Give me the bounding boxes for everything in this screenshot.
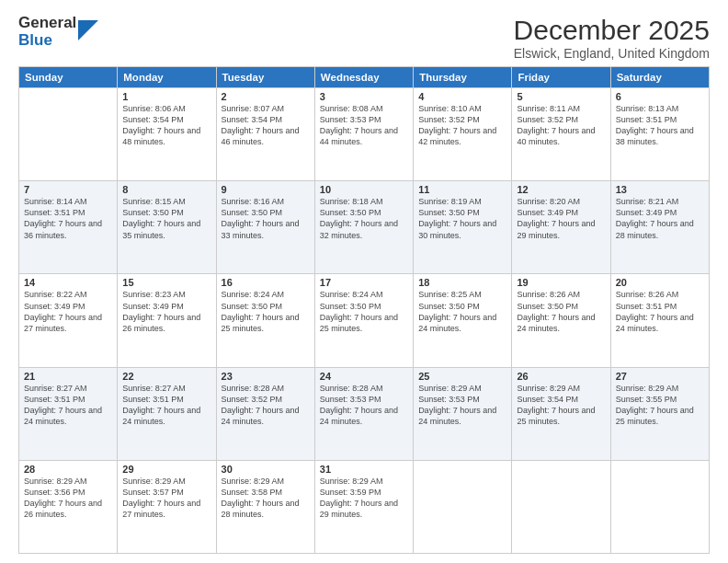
table-row: 12Sunrise: 8:20 AM Sunset: 3:49 PM Dayli… bbox=[512, 181, 610, 274]
col-sunday: Sunday bbox=[19, 67, 118, 88]
cell-info: Sunrise: 8:10 AM Sunset: 3:52 PM Dayligh… bbox=[418, 103, 506, 148]
header: General Blue December 2025 Elswick, Engl… bbox=[18, 15, 710, 61]
logo-text: General Blue bbox=[18, 15, 76, 49]
cell-info: Sunrise: 8:19 AM Sunset: 3:50 PM Dayligh… bbox=[418, 196, 506, 241]
table-row: 9Sunrise: 8:16 AM Sunset: 3:50 PM Daylig… bbox=[216, 181, 314, 274]
table-row: 24Sunrise: 8:28 AM Sunset: 3:53 PM Dayli… bbox=[314, 367, 413, 460]
cell-info: Sunrise: 8:14 AM Sunset: 3:51 PM Dayligh… bbox=[24, 196, 112, 241]
table-row: 1Sunrise: 8:06 AM Sunset: 3:54 PM Daylig… bbox=[118, 88, 216, 181]
table-row: 22Sunrise: 8:27 AM Sunset: 3:51 PM Dayli… bbox=[118, 367, 216, 460]
day-number: 10 bbox=[320, 184, 408, 195]
cell-info: Sunrise: 8:21 AM Sunset: 3:49 PM Dayligh… bbox=[616, 196, 704, 241]
day-number: 19 bbox=[517, 277, 605, 288]
day-number: 6 bbox=[616, 91, 704, 102]
cell-info: Sunrise: 8:16 AM Sunset: 3:50 PM Dayligh… bbox=[222, 196, 310, 241]
cell-info: Sunrise: 8:23 AM Sunset: 3:49 PM Dayligh… bbox=[122, 289, 210, 334]
day-number: 23 bbox=[222, 371, 310, 382]
month-title: December 2025 bbox=[514, 15, 710, 46]
table-row: 17Sunrise: 8:24 AM Sunset: 3:50 PM Dayli… bbox=[314, 274, 413, 367]
table-row: 6Sunrise: 8:13 AM Sunset: 3:51 PM Daylig… bbox=[610, 88, 709, 181]
location: Elswick, England, United Kingdom bbox=[514, 46, 710, 61]
table-row: 21Sunrise: 8:27 AM Sunset: 3:51 PM Dayli… bbox=[19, 367, 118, 460]
day-number: 30 bbox=[222, 464, 310, 475]
cell-info: Sunrise: 8:28 AM Sunset: 3:52 PM Dayligh… bbox=[222, 383, 310, 428]
table-row bbox=[512, 460, 610, 553]
cell-info: Sunrise: 8:15 AM Sunset: 3:50 PM Dayligh… bbox=[122, 196, 210, 241]
table-row: 25Sunrise: 8:29 AM Sunset: 3:53 PM Dayli… bbox=[414, 367, 512, 460]
calendar-header-row: Sunday Monday Tuesday Wednesday Thursday… bbox=[19, 67, 710, 88]
table-row: 31Sunrise: 8:29 AM Sunset: 3:59 PM Dayli… bbox=[314, 460, 413, 553]
col-monday: Monday bbox=[118, 67, 216, 88]
cell-info: Sunrise: 8:25 AM Sunset: 3:50 PM Dayligh… bbox=[418, 289, 506, 334]
page: General Blue December 2025 Elswick, Engl… bbox=[0, 0, 728, 563]
day-number: 4 bbox=[418, 91, 506, 102]
table-row: 8Sunrise: 8:15 AM Sunset: 3:50 PM Daylig… bbox=[118, 181, 216, 274]
cell-info: Sunrise: 8:27 AM Sunset: 3:51 PM Dayligh… bbox=[24, 383, 112, 428]
day-number: 2 bbox=[222, 91, 310, 102]
cell-info: Sunrise: 8:28 AM Sunset: 3:53 PM Dayligh… bbox=[320, 383, 408, 428]
logo-arrow-icon bbox=[78, 20, 98, 40]
table-row: 28Sunrise: 8:29 AM Sunset: 3:56 PM Dayli… bbox=[19, 460, 118, 553]
cell-info: Sunrise: 8:29 AM Sunset: 3:54 PM Dayligh… bbox=[517, 383, 605, 428]
cell-info: Sunrise: 8:06 AM Sunset: 3:54 PM Dayligh… bbox=[122, 103, 210, 148]
title-area: December 2025 Elswick, England, United K… bbox=[514, 15, 710, 61]
calendar-table: Sunday Monday Tuesday Wednesday Thursday… bbox=[18, 66, 710, 554]
day-number: 18 bbox=[418, 277, 506, 288]
table-row bbox=[610, 460, 709, 553]
table-row bbox=[414, 460, 512, 553]
col-tuesday: Tuesday bbox=[216, 67, 314, 88]
day-number: 25 bbox=[418, 371, 506, 382]
col-wednesday: Wednesday bbox=[314, 67, 413, 88]
day-number: 1 bbox=[122, 91, 210, 102]
day-number: 16 bbox=[222, 277, 310, 288]
cell-info: Sunrise: 8:29 AM Sunset: 3:58 PM Dayligh… bbox=[222, 476, 310, 521]
table-row: 23Sunrise: 8:28 AM Sunset: 3:52 PM Dayli… bbox=[216, 367, 314, 460]
svg-marker-0 bbox=[78, 20, 98, 40]
col-saturday: Saturday bbox=[610, 67, 709, 88]
cell-info: Sunrise: 8:22 AM Sunset: 3:49 PM Dayligh… bbox=[24, 289, 112, 334]
col-friday: Friday bbox=[512, 67, 610, 88]
table-row: 5Sunrise: 8:11 AM Sunset: 3:52 PM Daylig… bbox=[512, 88, 610, 181]
day-number: 31 bbox=[320, 464, 408, 475]
table-row: 29Sunrise: 8:29 AM Sunset: 3:57 PM Dayli… bbox=[118, 460, 216, 553]
table-row: 26Sunrise: 8:29 AM Sunset: 3:54 PM Dayli… bbox=[512, 367, 610, 460]
cell-info: Sunrise: 8:13 AM Sunset: 3:51 PM Dayligh… bbox=[616, 103, 704, 148]
cell-info: Sunrise: 8:18 AM Sunset: 3:50 PM Dayligh… bbox=[320, 196, 408, 241]
cell-info: Sunrise: 8:08 AM Sunset: 3:53 PM Dayligh… bbox=[320, 103, 408, 148]
day-number: 8 bbox=[122, 184, 210, 195]
cell-info: Sunrise: 8:29 AM Sunset: 3:59 PM Dayligh… bbox=[320, 476, 408, 521]
day-number: 5 bbox=[517, 91, 605, 102]
table-row: 27Sunrise: 8:29 AM Sunset: 3:55 PM Dayli… bbox=[610, 367, 709, 460]
cell-info: Sunrise: 8:20 AM Sunset: 3:49 PM Dayligh… bbox=[517, 196, 605, 241]
day-number: 13 bbox=[616, 184, 704, 195]
day-number: 26 bbox=[517, 371, 605, 382]
table-row: 14Sunrise: 8:22 AM Sunset: 3:49 PM Dayli… bbox=[19, 274, 118, 367]
day-number: 11 bbox=[418, 184, 506, 195]
table-row: 4Sunrise: 8:10 AM Sunset: 3:52 PM Daylig… bbox=[414, 88, 512, 181]
day-number: 12 bbox=[517, 184, 605, 195]
logo: General Blue bbox=[18, 15, 98, 49]
cell-info: Sunrise: 8:29 AM Sunset: 3:56 PM Dayligh… bbox=[24, 476, 112, 521]
day-number: 15 bbox=[122, 277, 210, 288]
table-row: 13Sunrise: 8:21 AM Sunset: 3:49 PM Dayli… bbox=[610, 181, 709, 274]
table-row: 20Sunrise: 8:26 AM Sunset: 3:51 PM Dayli… bbox=[610, 274, 709, 367]
cell-info: Sunrise: 8:26 AM Sunset: 3:50 PM Dayligh… bbox=[517, 289, 605, 334]
col-thursday: Thursday bbox=[414, 67, 512, 88]
day-number: 21 bbox=[24, 371, 112, 382]
table-row: 3Sunrise: 8:08 AM Sunset: 3:53 PM Daylig… bbox=[314, 88, 413, 181]
day-number: 14 bbox=[24, 277, 112, 288]
cell-info: Sunrise: 8:24 AM Sunset: 3:50 PM Dayligh… bbox=[222, 289, 310, 334]
cell-info: Sunrise: 8:26 AM Sunset: 3:51 PM Dayligh… bbox=[616, 289, 704, 334]
table-row: 19Sunrise: 8:26 AM Sunset: 3:50 PM Dayli… bbox=[512, 274, 610, 367]
day-number: 22 bbox=[122, 371, 210, 382]
cell-info: Sunrise: 8:24 AM Sunset: 3:50 PM Dayligh… bbox=[320, 289, 408, 334]
cell-info: Sunrise: 8:07 AM Sunset: 3:54 PM Dayligh… bbox=[222, 103, 310, 148]
cell-info: Sunrise: 8:29 AM Sunset: 3:57 PM Dayligh… bbox=[122, 476, 210, 521]
day-number: 20 bbox=[616, 277, 704, 288]
table-row: 2Sunrise: 8:07 AM Sunset: 3:54 PM Daylig… bbox=[216, 88, 314, 181]
table-row: 11Sunrise: 8:19 AM Sunset: 3:50 PM Dayli… bbox=[414, 181, 512, 274]
cell-info: Sunrise: 8:29 AM Sunset: 3:53 PM Dayligh… bbox=[418, 383, 506, 428]
table-row: 10Sunrise: 8:18 AM Sunset: 3:50 PM Dayli… bbox=[314, 181, 413, 274]
day-number: 17 bbox=[320, 277, 408, 288]
cell-info: Sunrise: 8:27 AM Sunset: 3:51 PM Dayligh… bbox=[122, 383, 210, 428]
